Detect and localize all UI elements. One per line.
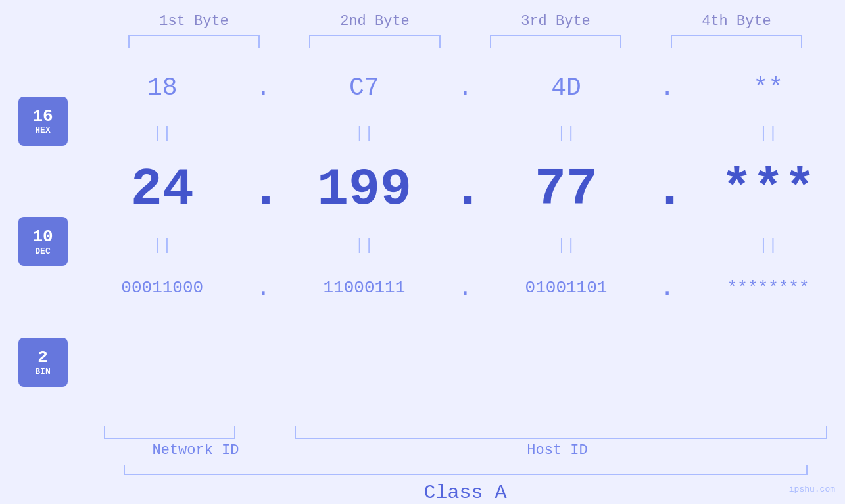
network-id-label: Network ID <box>104 442 288 459</box>
dec-name: DEC <box>35 246 50 256</box>
hex-badge: 16 HEX <box>18 97 68 146</box>
bin-val-3: 01001101 <box>500 278 632 298</box>
hex-dot-3: . <box>654 74 681 102</box>
equals-row-2: || || || || <box>85 232 845 258</box>
top-brackets-row <box>104 35 827 48</box>
hex-val-4: ** <box>702 74 834 102</box>
byte-labels-row: 1st Byte 2nd Byte 3rd Byte 4th Byte <box>104 13 827 30</box>
bin-dot-2: . <box>452 274 478 302</box>
hex-val-1: 18 <box>97 74 228 102</box>
dec-val-1: 24 <box>97 160 228 219</box>
bottom-section: Network ID Host ID <box>104 426 827 459</box>
eq-1: || <box>97 125 228 143</box>
main-content-area: 16 HEX 10 DEC 2 BIN 18 . C7 . 4D . ** <box>0 55 845 423</box>
bin-value-row: 00011000 . 11000111 . 01001101 . *******… <box>85 258 845 317</box>
eq2-3: || <box>500 237 632 254</box>
dec-dot-1: . <box>250 160 276 219</box>
dec-val-2: 199 <box>299 160 430 219</box>
base-labels-column: 16 HEX 10 DEC 2 BIN <box>0 55 85 423</box>
class-label: Class A <box>423 482 506 504</box>
hex-dot-2: . <box>452 74 478 102</box>
host-id-label: Host ID <box>288 442 827 459</box>
network-bracket <box>104 426 235 439</box>
bin-dot-3: . <box>654 274 681 302</box>
dec-value-row: 24 . 199 . 77 . *** <box>85 147 845 232</box>
bin-val-1: 00011000 <box>97 278 228 298</box>
dec-dot-3: . <box>654 160 681 219</box>
hex-val-3: 4D <box>500 74 632 102</box>
bin-name: BIN <box>35 367 50 377</box>
equals-row-1: || || || || <box>85 120 845 147</box>
bin-number: 2 <box>37 348 48 367</box>
bracket-top-1 <box>128 35 260 48</box>
eq2-1: || <box>97 237 228 254</box>
byte-label-2: 2nd Byte <box>309 13 441 30</box>
hex-val-2: C7 <box>299 74 430 102</box>
eq-3: || <box>500 125 632 143</box>
dec-badge: 10 DEC <box>18 217 68 266</box>
bin-val-2: 11000111 <box>299 278 430 298</box>
hex-dot-1: . <box>250 74 276 102</box>
bin-val-4: ******** <box>702 278 834 298</box>
class-bracket <box>124 465 808 475</box>
bottom-brackets-row <box>104 426 827 439</box>
bracket-top-3 <box>490 35 621 48</box>
main-container: 1st Byte 2nd Byte 3rd Byte 4th Byte 16 H… <box>0 0 845 504</box>
hex-name: HEX <box>35 126 50 135</box>
byte-label-4: 4th Byte <box>671 13 802 30</box>
dec-dot-2: . <box>452 160 478 219</box>
eq2-4: || <box>702 237 834 254</box>
id-labels-row: Network ID Host ID <box>104 442 827 459</box>
bin-badge: 2 BIN <box>18 338 68 387</box>
dec-val-4: *** <box>702 160 834 219</box>
byte-label-1: 1st Byte <box>128 13 260 30</box>
hex-value-row: 18 . C7 . 4D . ** <box>85 55 845 120</box>
watermark: ipshu.com <box>789 484 835 494</box>
hex-number: 16 <box>32 107 53 126</box>
values-grid: 18 . C7 . 4D . ** || || || || 24 <box>85 55 845 423</box>
bracket-top-2 <box>309 35 441 48</box>
dec-val-3: 77 <box>500 160 632 219</box>
byte-label-3: 3rd Byte <box>490 13 621 30</box>
eq2-2: || <box>299 237 430 254</box>
dec-number: 10 <box>32 227 53 246</box>
class-row: Class A <box>104 465 827 504</box>
host-bracket <box>295 426 827 439</box>
bin-dot-1: . <box>250 274 276 302</box>
bracket-top-4 <box>671 35 802 48</box>
eq-4: || <box>702 125 834 143</box>
eq-2: || <box>299 125 430 143</box>
